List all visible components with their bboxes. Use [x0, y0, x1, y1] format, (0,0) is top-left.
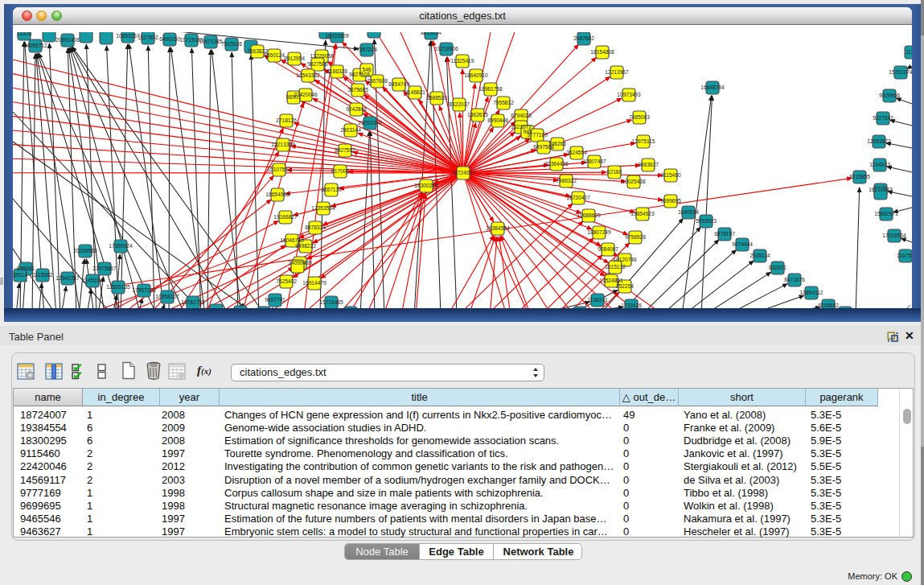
svg-text:9777169: 9777169 [527, 132, 548, 138]
svg-text:2803144: 2803144 [340, 127, 361, 133]
svg-text:9084067: 9084067 [598, 246, 618, 252]
svg-text:9756928: 9756928 [625, 234, 646, 240]
svg-text:9474444: 9474444 [732, 241, 753, 247]
svg-text:9146821: 9146821 [405, 89, 425, 95]
svg-text:17016504: 17016504 [882, 233, 906, 238]
svg-text:7986322: 7986322 [556, 178, 577, 183]
svg-text:1640934: 1640934 [678, 209, 699, 215]
svg-text:12942757: 12942757 [55, 275, 80, 281]
svg-text:7625402: 7625402 [276, 278, 297, 284]
svg-text:16210643: 16210643 [869, 187, 893, 192]
svg-text:8912954: 8912954 [284, 56, 305, 61]
svg-text:16033809: 16033809 [325, 33, 349, 39]
svg-text:2718126: 2718126 [276, 117, 297, 123]
svg-text:16782759: 16782759 [181, 299, 205, 305]
svg-text:18807249: 18807249 [587, 229, 611, 235]
svg-text:19384554: 19384554 [486, 225, 510, 231]
svg-text:10654112: 10654112 [800, 290, 823, 295]
svg-text:29053346: 29053346 [358, 120, 382, 126]
svg-text:19218906: 19218906 [434, 46, 458, 51]
svg-text:15692971: 15692971 [874, 211, 898, 216]
svg-text:116753: 116753 [897, 253, 912, 258]
svg-text:12213369: 12213369 [271, 142, 295, 147]
svg-text:1115682: 1115682 [33, 272, 53, 278]
svg-text:9827500: 9827500 [307, 61, 328, 67]
svg-text:16120746: 16120746 [613, 257, 637, 262]
svg-text:17957225: 17957225 [132, 287, 156, 293]
svg-text:16914479: 16914479 [302, 280, 326, 286]
svg-text:16046786: 16046786 [280, 237, 304, 243]
svg-text:2367608: 2367608 [367, 78, 388, 84]
svg-text:8322037: 8322037 [449, 101, 470, 107]
svg-text:3875685: 3875685 [347, 87, 368, 93]
svg-text:7955812: 7955812 [493, 100, 514, 105]
svg-text:832621: 832621 [769, 265, 786, 270]
svg-text:817006: 817006 [331, 168, 349, 174]
svg-text:6497568: 6497568 [533, 144, 554, 150]
svg-text:16543362: 16543362 [296, 72, 320, 78]
svg-text:1615132: 1615132 [605, 264, 626, 270]
svg-text:7357224: 7357224 [356, 47, 377, 52]
svg-text:9827508: 9827508 [349, 72, 370, 77]
svg-text:14099489: 14099489 [288, 260, 312, 266]
svg-text:15716485: 15716485 [319, 299, 343, 305]
svg-text:5953923: 5953923 [696, 218, 717, 224]
svg-text:13328: 13328 [17, 32, 32, 36]
svg-text:6879197: 6879197 [714, 231, 735, 237]
svg-text:9860124: 9860124 [264, 52, 285, 58]
svg-text:12353594: 12353594 [311, 205, 335, 211]
svg-text:1145194: 1145194 [82, 278, 103, 283]
svg-text:18640910: 18640910 [464, 72, 488, 78]
svg-text:10853267: 10853267 [116, 33, 140, 39]
svg-text:16654966: 16654966 [265, 192, 290, 197]
svg-text:10671385: 10671385 [199, 39, 223, 44]
svg-text:62160: 62160 [607, 169, 622, 175]
svg-text:1136141: 1136141 [587, 297, 608, 303]
svg-text:18724007: 18724007 [451, 170, 475, 175]
svg-text:1362615: 1362615 [467, 112, 488, 117]
svg-text:9329966: 9329966 [879, 93, 900, 98]
svg-text:9699695: 9699695 [660, 198, 681, 204]
svg-text:8813054: 8813054 [421, 32, 441, 35]
svg-text:12975115: 12975115 [632, 138, 655, 144]
svg-text:9457791: 9457791 [265, 297, 285, 303]
svg-text:8427552: 8427552 [335, 147, 355, 153]
svg-text:16154808: 16154808 [590, 49, 614, 55]
svg-text:8878334: 8878334 [305, 225, 326, 230]
svg-text:6466160: 6466160 [159, 36, 180, 42]
svg-text:546: 546 [362, 67, 371, 72]
svg-text:9463627: 9463627 [638, 162, 659, 167]
svg-text:19654923: 19654923 [630, 211, 655, 216]
svg-text:10958107: 10958107 [155, 294, 179, 299]
svg-text:1244413: 1244413 [869, 162, 890, 167]
svg-text:15751074: 15751074 [889, 69, 912, 75]
svg-text:98901: 98901 [286, 94, 302, 100]
svg-text:1527602: 1527602 [138, 35, 158, 40]
svg-text:16648784: 16648784 [700, 84, 725, 90]
svg-text:10973493: 10973493 [617, 92, 641, 97]
svg-text:8471676: 8471676 [784, 277, 805, 282]
svg-text:16961758: 16961758 [478, 86, 503, 92]
svg-text:9227342: 9227342 [873, 115, 893, 121]
svg-text:15720407: 15720407 [566, 195, 590, 200]
svg-text:10688609: 10688609 [577, 212, 601, 218]
svg-text:2087682: 2087682 [573, 35, 594, 41]
svg-text:9115460: 9115460 [660, 172, 681, 178]
svg-text:19166827: 19166827 [273, 214, 298, 220]
svg-text:39114: 39114 [13, 272, 27, 278]
svg-text:14055712: 14055712 [23, 43, 47, 48]
svg-text:2935114: 2935114 [749, 253, 770, 258]
svg-text:3267130: 3267130 [321, 187, 342, 192]
svg-text:20206568: 20206568 [73, 248, 97, 253]
svg-text:20364436: 20364436 [544, 161, 569, 167]
svg-text:12093872: 12093872 [867, 138, 891, 144]
svg-text:8990448: 8990448 [487, 117, 508, 123]
svg-text:8186328: 8186328 [326, 68, 347, 74]
svg-text:13524851: 13524851 [599, 278, 623, 283]
svg-text:17359924: 17359924 [109, 243, 133, 249]
svg-text:20691406: 20691406 [55, 37, 80, 43]
svg-text:10807487: 10807487 [582, 159, 606, 164]
svg-text:18300295: 18300295 [414, 183, 438, 188]
svg-text:8454749: 8454749 [388, 81, 409, 87]
svg-text:1733426: 1733426 [621, 303, 642, 308]
